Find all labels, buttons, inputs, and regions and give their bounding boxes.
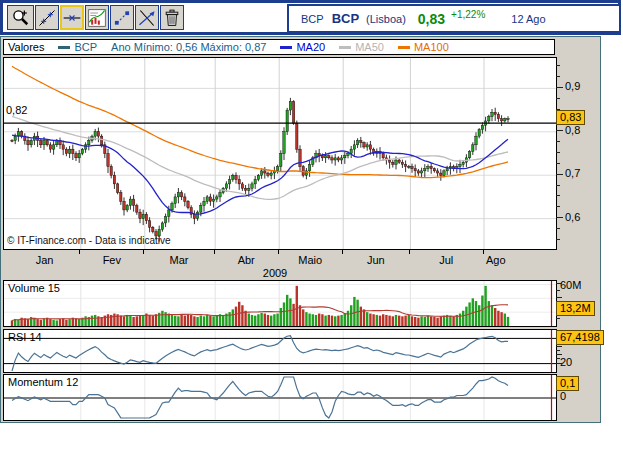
momentum-panel[interactable]: Momentum 12 bbox=[3, 374, 557, 421]
legend-ma50: MA50 bbox=[355, 41, 384, 53]
legend-title: Valores bbox=[8, 41, 44, 53]
rsi-label: RSI 14 bbox=[8, 331, 42, 343]
ma100-swatch bbox=[398, 46, 410, 49]
legend-ma100: MA100 bbox=[414, 41, 449, 53]
month-label: Jan bbox=[36, 254, 54, 266]
price-tick-label: 0,8 bbox=[565, 124, 580, 136]
month-label: Jul bbox=[439, 254, 453, 266]
quote-last-price: 0,83 bbox=[418, 11, 445, 27]
indicators-tool-button[interactable] bbox=[85, 5, 109, 30]
price-tick-label: 0,9 bbox=[565, 80, 580, 92]
price-tick-label: 0,7 bbox=[565, 167, 580, 179]
rsi-panel[interactable]: RSI 14 bbox=[3, 329, 557, 373]
quote-market: (Lisboa) bbox=[366, 13, 406, 25]
volume-axis-max-label: 60M bbox=[560, 279, 581, 291]
volume-label: Volume 15 bbox=[8, 282, 60, 294]
last-price-badge: 0,83 bbox=[556, 110, 585, 125]
month-label: Maio bbox=[298, 254, 322, 266]
zoom-tool-button[interactable] bbox=[7, 5, 34, 30]
trendline-icon bbox=[37, 8, 57, 28]
trading-app: BCP BCP (Lisboa) 0,83 +1,22% 12 Ago Valo… bbox=[0, 0, 623, 462]
horizontal-line-label: 0,82 bbox=[6, 104, 27, 116]
year-label: 2009 bbox=[263, 267, 287, 279]
month-label: Fev bbox=[103, 254, 121, 266]
time-axis: JanFevMarAbrMaioJunJulAgo2009 bbox=[3, 250, 555, 279]
horizontal-line-tool-button[interactable] bbox=[60, 5, 84, 30]
trash-icon bbox=[162, 8, 182, 28]
month-label: Abr bbox=[238, 254, 255, 266]
segment-tool-button[interactable] bbox=[110, 5, 134, 30]
chart-legend: Valores BCP Ano Mínimo: 0,56 Máximo: 0,8… bbox=[3, 39, 555, 55]
drawing-toolbar: BCP BCP (Lisboa) 0,83 +1,22% 12 Ago bbox=[0, 0, 621, 35]
quote-code: BCP bbox=[301, 13, 324, 25]
momentum-badge: 0,1 bbox=[556, 376, 579, 391]
volume-panel[interactable]: Volume 15 bbox=[3, 280, 557, 327]
segment-icon bbox=[112, 8, 132, 28]
month-label: Ago bbox=[486, 254, 506, 266]
copyright-text: © IT-Finance.com - Data is indicative bbox=[7, 235, 171, 246]
momentum-label: Momentum 12 bbox=[8, 376, 78, 388]
legend-instrument: BCP bbox=[74, 41, 97, 53]
quote-change-percent: +1,22% bbox=[451, 9, 485, 20]
price-chart[interactable] bbox=[3, 57, 557, 250]
rsi-badge: 67,4198 bbox=[556, 330, 604, 345]
horizontal-line-icon bbox=[62, 8, 82, 28]
momentum-zero-label: 0 bbox=[560, 390, 566, 402]
delete-line-icon bbox=[137, 8, 157, 28]
ma50-swatch bbox=[339, 46, 351, 49]
legend-ma20: MA20 bbox=[296, 41, 325, 53]
bcp-series-swatch bbox=[58, 46, 70, 49]
quote-bar: BCP BCP (Lisboa) 0,83 +1,22% 12 Ago bbox=[287, 4, 621, 33]
volume-badge: 13,2M bbox=[556, 301, 595, 316]
ma20-swatch bbox=[280, 46, 292, 49]
zoom-icon bbox=[11, 8, 31, 28]
delete-all-tool-button[interactable] bbox=[160, 5, 184, 30]
delete-line-tool-button[interactable] bbox=[135, 5, 159, 30]
quote-symbol: BCP bbox=[332, 11, 359, 26]
quote-date: 12 Ago bbox=[511, 13, 545, 25]
indicator-chart-icon bbox=[87, 8, 107, 28]
price-tick-label: 0,6 bbox=[565, 211, 580, 223]
month-label: Mar bbox=[170, 254, 189, 266]
legend-year-range: Ano Mínimo: 0,56 Máximo: 0,87 bbox=[111, 41, 266, 53]
trendline-tool-button[interactable] bbox=[35, 5, 59, 30]
month-label: Jun bbox=[367, 254, 385, 266]
